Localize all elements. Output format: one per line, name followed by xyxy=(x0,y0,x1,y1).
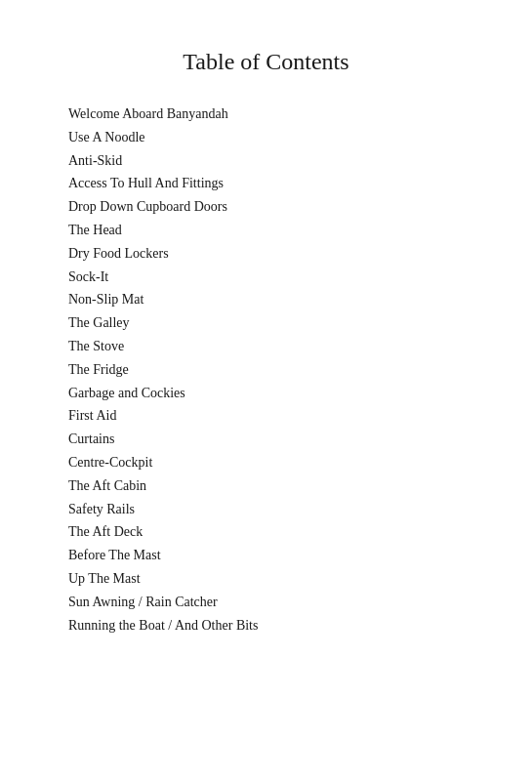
page: Table of Contents Welcome Aboard Banyand… xyxy=(0,0,532,781)
toc-item[interactable]: The Aft Deck xyxy=(68,520,464,544)
toc-item[interactable]: The Head xyxy=(68,219,464,242)
toc-item[interactable]: Anti-Skid xyxy=(68,149,464,173)
toc-item[interactable]: Sock-It xyxy=(68,266,464,289)
toc-item[interactable]: Drop Down Cupboard Doors xyxy=(68,195,464,219)
toc-item[interactable]: Up The Mast xyxy=(68,567,464,591)
toc-item[interactable]: Centre-Cockpit xyxy=(68,451,464,474)
toc-item[interactable]: The Galley xyxy=(68,311,464,335)
toc-item[interactable]: Before The Mast xyxy=(68,544,464,567)
toc-item[interactable]: Safety Rails xyxy=(68,498,464,521)
toc-item[interactable]: Access To Hull And Fittings xyxy=(68,172,464,195)
toc-item[interactable]: First Aid xyxy=(68,404,464,428)
toc-item[interactable]: The Fridge xyxy=(68,358,464,382)
toc-item[interactable]: Welcome Aboard Banyandah xyxy=(68,103,464,126)
toc-item[interactable]: Sun Awning / Rain Catcher xyxy=(68,591,464,614)
toc-item[interactable]: Curtains xyxy=(68,428,464,451)
toc-item[interactable]: The Stove xyxy=(68,335,464,358)
toc-list: Welcome Aboard BanyandahUse A NoodleAnti… xyxy=(68,103,464,637)
toc-item[interactable]: Use A Noodle xyxy=(68,126,464,149)
toc-item[interactable]: Running the Boat / And Other Bits xyxy=(68,614,464,637)
toc-item[interactable]: Non-Slip Mat xyxy=(68,288,464,311)
page-title: Table of Contents xyxy=(68,49,464,75)
toc-item[interactable]: Dry Food Lockers xyxy=(68,242,464,266)
toc-item[interactable]: The Aft Cabin xyxy=(68,474,464,498)
toc-item[interactable]: Garbage and Cockies xyxy=(68,382,464,405)
